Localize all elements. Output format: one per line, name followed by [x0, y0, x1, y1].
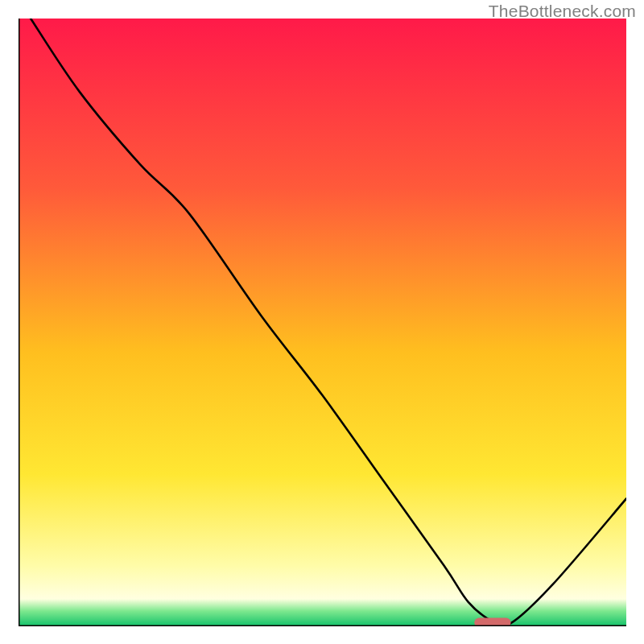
optimal-marker: [474, 617, 510, 626]
chart-stage: TheBottleneck.com: [0, 0, 644, 644]
plot-area: [19, 19, 626, 626]
bottleneck-chart: [19, 19, 626, 626]
gradient-background: [19, 19, 626, 626]
